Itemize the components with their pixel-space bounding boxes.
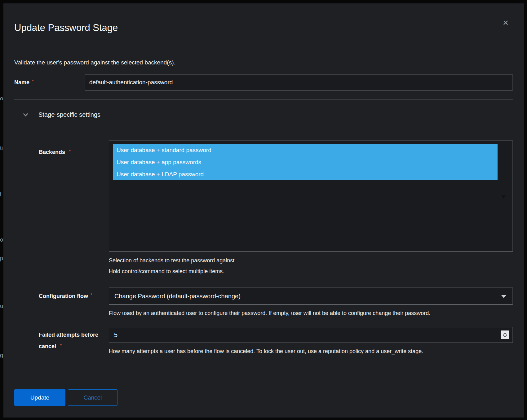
- number-spinner[interactable]: [501, 330, 509, 339]
- name-form-row: Name *: [14, 74, 513, 90]
- required-asterisk: *: [60, 343, 62, 348]
- required-asterisk: *: [32, 79, 33, 84]
- configuration-flow-select[interactable]: Change Password (default-password-change…: [109, 287, 513, 305]
- background-text-fragment: l: [0, 191, 3, 198]
- failed-attempts-label: Failed attempts before cancel: [39, 332, 98, 349]
- dropdown-caret-icon: [501, 295, 506, 298]
- background-text-fragment: o: [0, 95, 3, 102]
- failed-attempts-help: How many attempts a user has before the …: [109, 347, 513, 355]
- dropdown-caret-icon: [501, 195, 506, 199]
- update-button[interactable]: Update: [14, 389, 65, 406]
- close-icon[interactable]: ✕: [500, 18, 511, 28]
- chevron-down-icon: [23, 113, 28, 116]
- section-divider: [14, 99, 513, 100]
- background-text-fragment: g: [0, 352, 3, 359]
- name-input[interactable]: [85, 74, 513, 90]
- spinner-up-down-icon: [503, 332, 507, 338]
- backends-option[interactable]: User database + app passwords: [113, 156, 498, 168]
- failed-attempts-form-row: Failed attempts before cancel * How many…: [39, 327, 513, 355]
- backends-option[interactable]: User database + LDAP password: [113, 168, 498, 180]
- backends-form-row: Backends * User database + standard pass…: [39, 140, 513, 277]
- background-text-fragment: ti: [0, 144, 3, 152]
- backends-listbox[interactable]: User database + standard password User d…: [109, 140, 513, 252]
- required-asterisk: *: [69, 149, 71, 154]
- configuration-flow-form-row: Configuration flow * Change Password (de…: [39, 287, 513, 317]
- configuration-flow-help: Flow used by an authenticated user to co…: [109, 309, 513, 317]
- configuration-flow-selected-value: Change Password (default-password-change…: [114, 293, 241, 300]
- configuration-flow-label: Configuration flow: [39, 291, 88, 302]
- stage-settings-expander-label: Stage-specific settings: [38, 111, 100, 118]
- background-text-fragment: ot: [0, 236, 3, 243]
- update-password-stage-modal: Update Password Stage ✕ Validate the use…: [3, 3, 524, 418]
- page-title: Update Password Stage: [14, 22, 118, 34]
- name-label: Name: [14, 77, 29, 88]
- cancel-button[interactable]: Cancel: [68, 389, 117, 406]
- required-asterisk: *: [91, 292, 92, 297]
- backends-label: Backends: [39, 149, 65, 155]
- backends-help-line: Hold control/command to select multiple …: [109, 266, 513, 277]
- stage-settings-expander[interactable]: Stage-specific settings: [23, 111, 100, 118]
- failed-attempts-input[interactable]: [109, 327, 513, 343]
- stage-description: Validate the user's password against the…: [14, 59, 175, 66]
- backends-option[interactable]: User database + standard password: [113, 144, 498, 156]
- backends-help-line: Selection of backends to test the passwo…: [109, 255, 513, 266]
- modal-actions: Update Cancel: [14, 389, 117, 406]
- background-text-fragment: p: [0, 255, 3, 262]
- background-text-fragment: up: [0, 302, 3, 310]
